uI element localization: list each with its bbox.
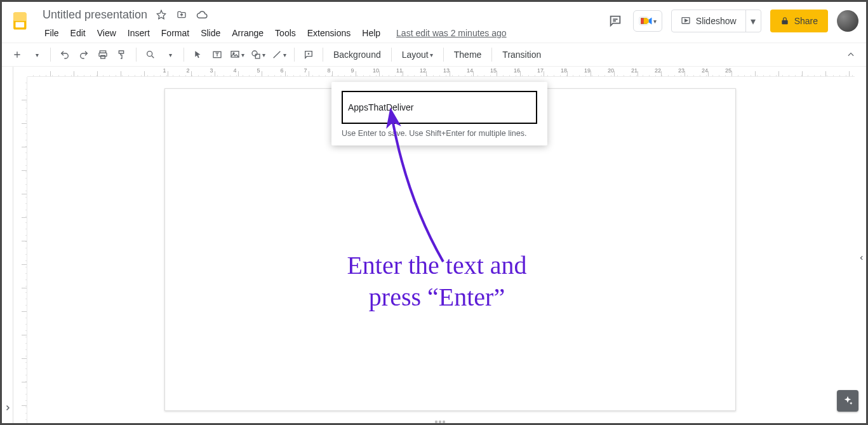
ruler-tick-label: 7	[304, 67, 307, 74]
slideshow-dropdown[interactable]: ▾	[745, 10, 761, 32]
ruler-tick-label: 8	[327, 67, 330, 74]
ruler-tick-label: 3	[210, 67, 213, 74]
menu-help[interactable]: Help	[356, 25, 386, 41]
zoom-button[interactable]	[142, 46, 159, 64]
side-panel-handle[interactable]	[857, 245, 866, 271]
undo-button[interactable]	[56, 46, 74, 64]
ruler-tick-label: 13	[443, 67, 450, 74]
line-tool[interactable]	[269, 46, 289, 64]
caret-down-icon: ▾	[653, 18, 657, 25]
collapse-toolbar-button[interactable]	[842, 46, 860, 64]
svg-rect-2	[16, 22, 25, 28]
new-slide-button[interactable]	[8, 46, 26, 64]
menu-view[interactable]: View	[91, 25, 122, 41]
cloud-status-icon[interactable]	[196, 8, 208, 21]
new-slide-dropdown[interactable]	[27, 46, 45, 64]
ruler-tick-label: 23	[678, 67, 684, 74]
svg-marker-4	[649, 18, 652, 25]
menu-tools[interactable]: Tools	[269, 25, 302, 41]
menu-edit[interactable]: Edit	[65, 25, 91, 41]
filmstrip-expand-handle[interactable]	[2, 67, 13, 423]
move-to-drive-icon[interactable]	[175, 8, 188, 21]
menu-slide[interactable]: Slide	[195, 25, 226, 41]
toolbar: Background Layout Theme Transition	[2, 43, 866, 67]
ruler-tick-label: 11	[396, 67, 403, 74]
ruler-tick-label: 12	[420, 67, 426, 74]
share-button[interactable]: Share	[770, 10, 828, 32]
theme-button[interactable]: Theme	[449, 46, 487, 64]
ruler-tick-label: 2	[186, 67, 189, 74]
ruler-tick-label: 10	[373, 67, 379, 74]
play-presentation-icon	[681, 16, 691, 26]
menu-extensions[interactable]: Extensions	[302, 25, 356, 41]
title-block: Untitled presentation File Edit View Ins…	[39, 6, 511, 43]
ruler-tick-label: 18	[561, 67, 567, 74]
slideshow-button-group: Slideshow ▾	[671, 10, 761, 32]
ruler-tick-label: 4	[233, 67, 236, 74]
app-logo[interactable]	[8, 8, 34, 34]
ruler-tick-label: 20	[608, 67, 614, 74]
menu-insert[interactable]: Insert	[122, 25, 156, 41]
wordart-hint: Use Enter to save. Use Shift+Enter for m…	[342, 129, 537, 138]
svg-point-13	[252, 51, 257, 56]
background-button[interactable]: Background	[328, 46, 386, 64]
ruler-tick-label: 21	[631, 67, 638, 74]
caret-down-icon: ▾	[751, 15, 756, 27]
horizontal-ruler[interactable]: 1234567891011121314151617181920212223242…	[27, 67, 855, 77]
ruler-tick-label: 14	[467, 67, 473, 74]
svg-rect-14	[255, 54, 260, 58]
image-tool[interactable]	[227, 46, 247, 64]
paint-format-button[interactable]	[113, 46, 131, 64]
last-edit-link[interactable]: Last edit was 2 minutes ago	[392, 25, 511, 41]
speaker-notes-handle[interactable]	[435, 421, 445, 423]
account-avatar[interactable]	[837, 10, 858, 32]
print-button[interactable]	[94, 46, 112, 64]
layout-dropdown[interactable]: Layout	[397, 46, 438, 64]
select-tool[interactable]	[189, 46, 207, 64]
menu-arrange[interactable]: Arrange	[226, 25, 269, 41]
ruler-tick-label: 16	[514, 67, 520, 74]
star-icon[interactable]	[155, 8, 168, 21]
zoom-dropdown[interactable]	[161, 46, 178, 64]
explore-button[interactable]	[837, 390, 858, 412]
ruler-tick-label: 24	[702, 67, 708, 74]
title-bar-right: ▾ Slideshow ▾ Share	[606, 6, 858, 32]
ruler-tick-label: 6	[280, 67, 283, 74]
menu-format[interactable]: Format	[156, 25, 195, 41]
ruler-tick-label: 19	[584, 67, 591, 74]
svg-point-9	[147, 51, 152, 57]
ruler-tick-label: 15	[490, 67, 497, 74]
menu-bar: File Edit View Insert Format Slide Arran…	[39, 24, 511, 43]
slideshow-label: Slideshow	[696, 16, 737, 26]
document-title[interactable]: Untitled presentation	[39, 8, 151, 22]
slideshow-button[interactable]: Slideshow	[672, 10, 745, 32]
textbox-tool[interactable]	[208, 46, 226, 64]
show-side-panel-button[interactable]	[855, 379, 864, 388]
wordart-input[interactable]	[342, 91, 537, 124]
ruler-tick-label: 9	[351, 67, 354, 74]
comment-tool[interactable]	[300, 46, 317, 64]
transition-button[interactable]: Transition	[497, 46, 546, 64]
meet-button[interactable]: ▾	[633, 10, 662, 32]
menu-file[interactable]: File	[39, 25, 65, 41]
lock-icon	[780, 17, 789, 25]
svg-rect-1	[13, 12, 26, 21]
ruler-tick-label: 5	[257, 67, 260, 74]
share-label: Share	[794, 16, 818, 26]
ruler-tick-label: 1	[163, 67, 166, 74]
ruler-tick-label: 25	[725, 67, 731, 74]
redo-button[interactable]	[75, 46, 93, 64]
ruler-tick-label: 17	[537, 67, 544, 74]
ruler-tick-label: 22	[655, 67, 661, 74]
vertical-ruler[interactable]	[13, 77, 27, 423]
comments-icon[interactable]	[606, 12, 624, 30]
title-bar: Untitled presentation File Edit View Ins…	[2, 2, 866, 43]
shape-tool[interactable]	[248, 46, 268, 64]
wordart-popup: Use Enter to save. Use Shift+Enter for m…	[331, 82, 547, 145]
